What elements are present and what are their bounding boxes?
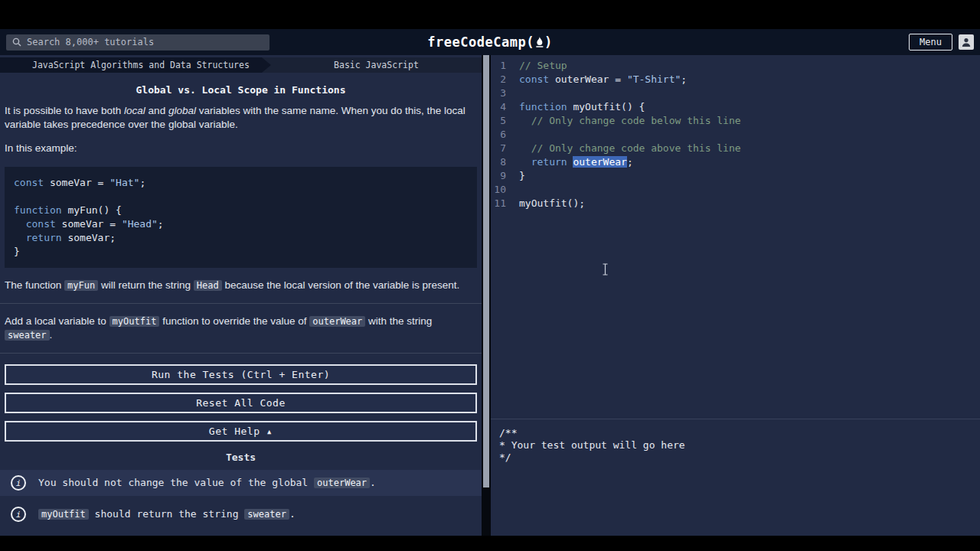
code-line: return someVar; [14, 231, 468, 245]
code-token: ; [627, 156, 633, 168]
breadcrumb-block-label: Basic JavaScript [334, 60, 419, 70]
code-token: const [26, 218, 56, 230]
fcc-logo[interactable]: freeCodeCamp() [427, 34, 552, 50]
code-token: "Hat" [109, 177, 139, 188]
intro-paragraph: It is possible to have both local and gl… [0, 104, 482, 132]
line-number: 7 [491, 142, 506, 155]
line-number: 10 [491, 183, 506, 197]
app-header: freeCodeCamp() Menu [0, 29, 980, 55]
letterbox-bottom [0, 536, 980, 551]
code-token: someVar = [56, 218, 122, 230]
editor-line[interactable]: 4function myOutfit() { [491, 100, 980, 114]
text-fragment: . [370, 477, 376, 488]
code-token [14, 232, 26, 243]
code-line: const someVar = "Head"; [14, 217, 468, 231]
run-tests-button[interactable]: Run the Tests (Ctrl + Enter) [5, 364, 477, 385]
header-right: Menu [909, 34, 974, 51]
instructions-panel: JavaScript Algorithms and Data Structure… [0, 55, 482, 536]
panel-scrollbar [482, 55, 491, 536]
code-token [519, 142, 531, 154]
letterbox-top [0, 0, 980, 29]
code-token: outerWear = [549, 73, 627, 85]
example-label: In this example: [0, 142, 482, 155]
code-token: myFun() { [62, 204, 122, 216]
code-token: const [14, 177, 44, 188]
code-token [519, 156, 531, 168]
output-line: * Your test output will go here [499, 439, 972, 452]
explanation-paragraph: The function myFun will return the strin… [0, 279, 482, 292]
get-help-button[interactable]: Get Help ▴ [5, 421, 477, 442]
scrollbar-thumb[interactable] [483, 55, 489, 487]
code-token: someVar; [62, 232, 116, 243]
editor-line-code: // Only change code above this line [519, 142, 741, 155]
code-token: function [519, 101, 567, 112]
reset-code-button[interactable]: Reset All Code [5, 393, 477, 413]
editor-line[interactable]: 9} [491, 169, 980, 183]
code-token: } [519, 170, 525, 181]
test-status-icon: i [11, 475, 26, 491]
editor-line[interactable]: 8 return outerWear; [491, 155, 980, 169]
code-editor[interactable]: 1// Setup2const outerWear = "T-Shirt";3 … [491, 55, 980, 419]
test-status-icon: i [11, 507, 26, 522]
code-token: const [519, 73, 549, 85]
test-text: You should not change the value of the g… [38, 477, 376, 490]
search-icon [12, 37, 21, 47]
inline-code: sweater [244, 509, 289, 520]
user-avatar-icon [961, 37, 972, 47]
code-line: function myFun() { [14, 204, 468, 217]
code-token: someVar = [44, 177, 109, 188]
editor-line-code: } [519, 169, 525, 183]
editor-line[interactable]: 10 [491, 183, 980, 197]
section-divider [0, 303, 482, 304]
tests-heading: Tests [0, 452, 482, 463]
editor-line[interactable]: 6 [491, 128, 980, 142]
instructions-paragraph: Add a local variable to myOutfit functio… [0, 315, 482, 342]
inline-code: myOutfit [109, 316, 160, 327]
search-input[interactable] [27, 37, 263, 47]
code-token: ; [158, 218, 164, 230]
editor-line-code [519, 128, 525, 142]
editor-line[interactable]: 3 [491, 86, 980, 100]
breadcrumb-superblock[interactable]: JavaScript Algorithms and Data Structure… [0, 57, 271, 73]
breadcrumb-block[interactable]: Basic JavaScript [271, 57, 482, 73]
test-item: i You should not change the value of the… [0, 470, 482, 496]
avatar-button[interactable] [959, 34, 974, 50]
code-token: return [531, 156, 567, 168]
code-token [519, 115, 531, 126]
selected-token: outerWear [573, 156, 626, 168]
editor-line[interactable]: 7 // Only change code above this line [491, 142, 980, 155]
text-fragment: local [124, 105, 145, 116]
logo-paren-close: ) [544, 34, 553, 50]
editor-line[interactable]: 5 // Only change code below this line [491, 114, 980, 128]
inline-code: outerWear [309, 316, 365, 327]
text-fragment: . [50, 329, 53, 341]
menu-button[interactable]: Menu [909, 34, 952, 51]
text-fragment: The function [5, 279, 64, 291]
breadcrumb: JavaScript Algorithms and Data Structure… [0, 57, 482, 73]
editor-line[interactable]: 2const outerWear = "T-Shirt"; [491, 73, 980, 86]
search-box[interactable] [6, 34, 270, 51]
text-fragment: You should not change the value of the g… [38, 477, 314, 488]
text-fragment: will return the string [98, 279, 194, 291]
editor-line-code: // Setup [519, 59, 567, 73]
inline-code: sweater [5, 330, 50, 341]
output-line: */ [499, 452, 972, 464]
editor-line[interactable]: 11myOutfit(); [491, 197, 980, 210]
code-token [14, 218, 26, 230]
code-token: // Only change code above this line [531, 142, 741, 154]
line-number: 4 [491, 100, 506, 114]
flame-icon [535, 37, 544, 47]
screen: freeCodeCamp() Menu JavaScript Algorithm… [0, 0, 980, 551]
text-fragment: with the string [365, 315, 432, 327]
line-number: 3 [491, 86, 506, 100]
code-token: function [14, 204, 62, 216]
editor-line[interactable]: 1// Setup [491, 59, 980, 73]
main-content: JavaScript Algorithms and Data Structure… [0, 55, 980, 536]
example-code-block: const someVar = "Hat"; function myFun() … [5, 167, 477, 268]
code-token: "Head" [122, 218, 158, 230]
line-number: 11 [491, 197, 506, 210]
line-number: 5 [491, 114, 506, 128]
editor-line-code [519, 86, 525, 100]
text-fragment: should return the string [89, 508, 245, 520]
editor-line-code: myOutfit(); [519, 197, 585, 210]
